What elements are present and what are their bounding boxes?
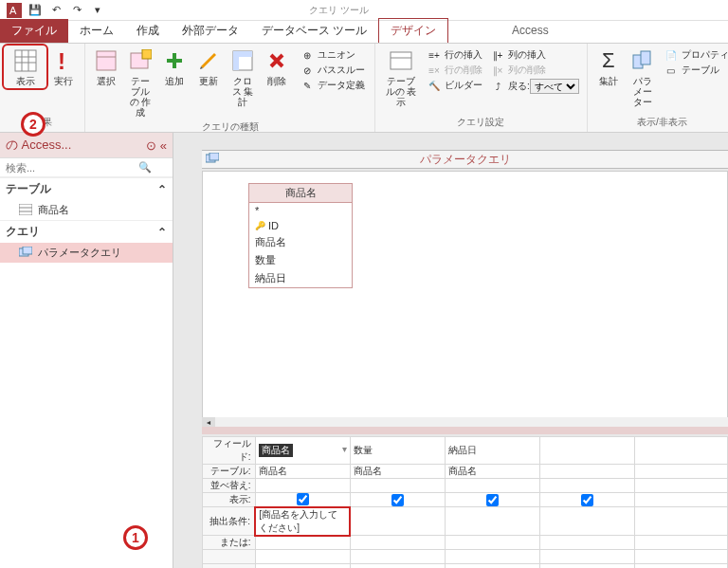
search-icon[interactable]: 🔍 <box>138 161 152 174</box>
diagram-scrollbar[interactable]: ◄ <box>202 417 728 427</box>
builder-icon: 🔨 <box>427 79 442 92</box>
select-query-button[interactable]: 選択 <box>89 46 123 119</box>
grid-cell[interactable] <box>445 536 539 550</box>
table-field-star[interactable]: * <box>249 203 352 218</box>
tab-home[interactable]: ホーム <box>68 19 125 43</box>
totals-button[interactable]: Σ集計 <box>592 46 626 109</box>
showtable-icon <box>388 47 414 74</box>
grid-cell[interactable]: 商品名 <box>255 465 350 479</box>
qat-dropdown-icon[interactable]: ▾ <box>89 2 106 19</box>
svg-text:A: A <box>9 5 17 16</box>
grid-cell[interactable]: 商品名 <box>350 465 445 479</box>
nav-item-table-label: 商品名 <box>38 203 69 217</box>
table-field[interactable]: 商品名 <box>249 233 352 251</box>
row-label-criteria: 抽出条件: <box>203 507 256 536</box>
grid-cell[interactable] <box>539 437 634 465</box>
nav-cat-queries[interactable]: クエリ⌃ <box>0 220 173 243</box>
tablenames-icon: ▭ <box>664 64 679 77</box>
grid-cell[interactable] <box>255 536 350 550</box>
dropdown-icon[interactable]: ▾ <box>342 444 347 454</box>
grid-cell[interactable] <box>539 493 634 507</box>
show-checkbox[interactable] <box>581 494 593 506</box>
nav-header[interactable]: の Access... ⊙ « <box>0 133 173 158</box>
grid-cell[interactable] <box>539 465 634 479</box>
table-field-id[interactable]: 🔑ID <box>249 218 352 233</box>
maketable-button[interactable]: テーブルの 作成 <box>123 46 157 119</box>
table-box-header: 商品名 <box>249 184 352 203</box>
query-icon <box>19 247 34 260</box>
redo-icon[interactable]: ↷ <box>68 2 85 19</box>
grid-cell[interactable] <box>445 493 539 507</box>
grid-cell[interactable] <box>350 507 445 536</box>
save-icon[interactable]: 💾 <box>27 2 44 19</box>
nav-title: の Access... <box>6 137 71 154</box>
deleterow-button[interactable]: ≡×行の削除 <box>425 63 484 78</box>
tab-dbtools[interactable]: データベース ツール <box>250 19 378 43</box>
tab-create[interactable]: 作成 <box>125 19 171 43</box>
grid-cell[interactable] <box>445 479 539 493</box>
delete-query-button[interactable]: 削除 <box>260 46 294 119</box>
nav-item-query[interactable]: パラメータクエリ <box>0 243 173 263</box>
grid-cell[interactable] <box>350 493 445 507</box>
insertcol-button[interactable]: ∥+列の挿入 <box>488 47 581 63</box>
show-checkbox[interactable] <box>297 493 309 505</box>
select-label: 選択 <box>97 76 116 86</box>
crosstab-button[interactable]: クロス 集計 <box>226 46 260 119</box>
grid-cell[interactable] <box>350 479 445 493</box>
pane-splitter[interactable] <box>202 427 728 434</box>
tablenames-button[interactable]: ▭テーブル <box>662 63 728 78</box>
select-icon <box>93 47 119 74</box>
table-field[interactable]: 納品日 <box>249 269 352 287</box>
grid-cell[interactable]: 商品名 <box>445 465 539 479</box>
tab-file[interactable]: ファイル <box>0 19 68 43</box>
app-icon: A <box>6 2 23 19</box>
passthrough-button[interactable]: ⊘パススルー <box>298 63 367 78</box>
append-button[interactable]: 追加 <box>157 46 191 119</box>
nav-cat-tables[interactable]: テーブル⌃ <box>0 177 173 200</box>
row-label-sort: 並べ替え: <box>203 479 256 493</box>
crosstab-label: クロス 集計 <box>229 76 256 107</box>
criteria-cell[interactable]: [商品名を入力してください] <box>255 507 350 536</box>
table-field[interactable]: 数量 <box>249 251 352 269</box>
insertrow-button[interactable]: ≡+行の挿入 <box>425 47 484 63</box>
propsheet-button[interactable]: 📄プロパティ <box>662 47 728 63</box>
nav-item-table[interactable]: 商品名 <box>0 200 173 220</box>
scroll-left-icon[interactable]: ◄ <box>202 417 215 427</box>
totals-label: 集計 <box>599 76 618 86</box>
grid-row-show: 表示: <box>203 493 728 507</box>
maketable-label: テーブルの 作成 <box>127 76 154 118</box>
update-button[interactable]: 更新 <box>191 46 226 119</box>
undo-icon[interactable]: ↶ <box>47 2 64 19</box>
grid-row-criteria: 抽出条件: [商品名を入力してください] <box>203 507 728 536</box>
showtable-button[interactable]: テーブルの 表示 <box>379 46 423 109</box>
grid-cell[interactable] <box>539 536 634 550</box>
show-checkbox[interactable] <box>486 494 499 506</box>
grid-cell[interactable] <box>255 493 350 507</box>
navigation-pane: の Access... ⊙ « 🔍 テーブル⌃ 商品名 クエリ⌃ パラメータクエ… <box>0 133 173 568</box>
table-box[interactable]: 商品名 * 🔑ID 商品名 数量 納品日 <box>248 183 353 288</box>
datadef-button[interactable]: ✎データ定義 <box>298 78 367 93</box>
tab-design[interactable]: デザイン <box>378 18 448 43</box>
grid-cell[interactable]: 商品名 ▾ <box>255 437 350 465</box>
grid-cell[interactable] <box>539 479 634 493</box>
view-button[interactable]: 表示 <box>4 46 46 88</box>
union-button[interactable]: ⊕ユニオン <box>298 47 367 63</box>
builder-button[interactable]: 🔨ビルダー <box>425 78 484 93</box>
grid-cell[interactable] <box>350 536 445 550</box>
deletecol-button[interactable]: ∥×列の削除 <box>488 63 581 78</box>
grid-cell[interactable] <box>539 507 634 536</box>
tab-external[interactable]: 外部データ <box>171 19 250 43</box>
nav-dropdown-icon[interactable]: ⊙ « <box>146 138 167 153</box>
show-checkbox[interactable] <box>391 494 404 506</box>
grid-cell[interactable] <box>255 479 350 493</box>
run-button[interactable]: ! 実行 <box>46 46 81 88</box>
table-diagram-pane[interactable]: 商品名 * 🔑ID 商品名 数量 納品日 <box>202 171 728 427</box>
nav-search-input[interactable] <box>6 162 138 174</box>
grid-cell[interactable]: 納品日 <box>445 437 539 465</box>
grid-cell[interactable] <box>445 507 539 536</box>
params-button[interactable]: パラメーター <box>626 46 660 109</box>
return-select[interactable]: すべて <box>530 79 579 94</box>
grid-cell[interactable]: 数量 <box>350 437 445 465</box>
ribbon: 表示 ! 実行 結果 選択 テーブルの 作成 追加 更新 クロス 集計 削除 ⊕… <box>0 44 728 133</box>
sigma-icon: Σ <box>595 47 622 74</box>
